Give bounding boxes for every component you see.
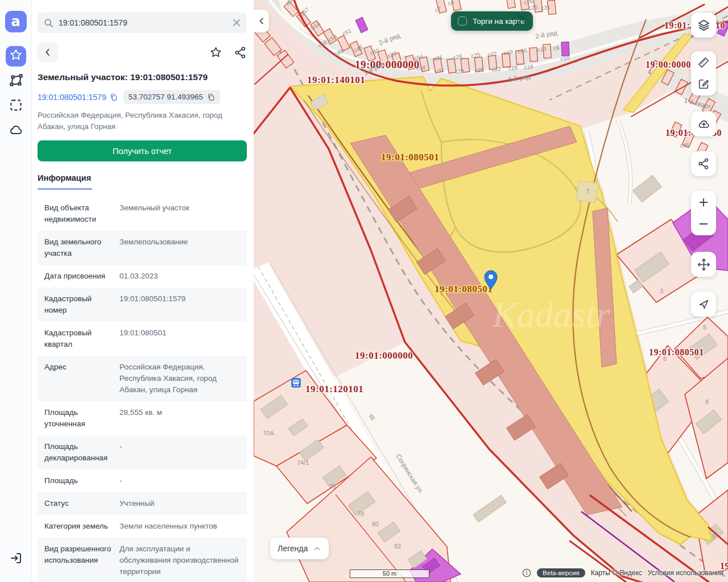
- legend-button[interactable]: Легенда: [270, 538, 329, 559]
- auctions-checkbox[interactable]: [458, 16, 467, 26]
- map-label: 7: [586, 188, 589, 195]
- map-label: с22: [491, 65, 502, 73]
- info-label: Категория земель: [44, 521, 111, 532]
- map-copyright[interactable]: Карты © Яндекс: [591, 569, 642, 577]
- map-label: 19:01:000000: [355, 350, 413, 361]
- login-icon: [9, 551, 23, 567]
- info-value: Учтенный: [119, 498, 240, 509]
- info-label: Кадастровый квартал: [44, 327, 111, 350]
- map-label: 6: [663, 355, 667, 362]
- railway-station-icon: [291, 378, 301, 388]
- coordinates-chip[interactable]: 53.702757 91.493965: [123, 90, 220, 104]
- favorites-button[interactable]: [6, 46, 26, 66]
- map-shape: [530, 48, 538, 62]
- map-label: 82: [394, 543, 401, 550]
- search-bar: [38, 13, 247, 33]
- map-label: 76: [329, 483, 336, 490]
- chevron-left-icon: [42, 47, 53, 58]
- map-label: с19: [508, 64, 518, 72]
- info-row: Вид земельного участкаЗемлепользование: [38, 231, 247, 265]
- area-measure-button[interactable]: [6, 71, 26, 92]
- terms-link[interactable]: Условия использования: [648, 569, 723, 577]
- layers-button[interactable]: [691, 13, 716, 38]
- map-label: 19:01:080501: [381, 152, 439, 163]
- info-label: Вид разрешенного использования: [44, 543, 111, 577]
- map-attribution: Beta-версия Карты © Яндекс Условия испол…: [522, 568, 723, 577]
- share-button[interactable]: [234, 46, 247, 59]
- share-map-button[interactable]: [691, 151, 716, 176]
- clear-search-icon[interactable]: [232, 18, 241, 27]
- map-label: с25: [474, 66, 485, 74]
- draw-button[interactable]: [691, 73, 716, 95]
- info-row: АдресРоссийская Федерация, Республика Ха…: [38, 356, 247, 401]
- login-button[interactable]: [6, 549, 26, 569]
- info-row: Площадь уточненная28,555 кв. м: [38, 401, 247, 435]
- cloud-upload-icon: [697, 118, 710, 131]
- scale-label: 50 m: [383, 570, 396, 577]
- collapse-panel-button[interactable]: [254, 10, 269, 32]
- map-label: 3: [660, 288, 663, 294]
- map-label: 8: [705, 398, 709, 405]
- zoom-out-button[interactable]: [691, 213, 716, 235]
- favorite-star-button[interactable]: [209, 46, 222, 59]
- info-value: Российская Федерация, Республика Хакасия…: [119, 361, 240, 396]
- info-row: Площадь-: [38, 469, 247, 492]
- watermark: Kadastr: [492, 294, 610, 335]
- info-row: Кадастровый квартал19:01:080501: [38, 322, 247, 356]
- map-label: 5: [703, 324, 706, 331]
- info-value: Земельный участок: [119, 202, 240, 225]
- pan-button[interactable]: [691, 252, 716, 277]
- map-label: 19:01:140101: [307, 74, 365, 85]
- info-label: Статус: [44, 498, 111, 509]
- info-label: Площадь уточненная: [44, 407, 111, 430]
- info-value: Для эксплуатации и обслуживания производ…: [119, 543, 240, 577]
- get-report-button[interactable]: Получить отчет: [38, 140, 247, 161]
- upload-button[interactable]: [691, 111, 716, 136]
- star-icon: [9, 48, 23, 64]
- tab-information[interactable]: Информация: [38, 173, 91, 182]
- app-logo[interactable]: a: [5, 11, 27, 32]
- map-label: 19:01:080501: [649, 347, 704, 357]
- map-label: 19:01:120101: [305, 384, 363, 394]
- map-label: с10: [560, 55, 570, 62]
- info-label: Площадь декларированная: [44, 441, 111, 464]
- map-label: 9: [712, 533, 715, 540]
- object-address: Российская Федерация, Республика Хакасия…: [38, 110, 247, 132]
- search-input[interactable]: [59, 18, 228, 27]
- cadastral-number-link[interactable]: 19:01:080501:1579: [38, 93, 118, 102]
- map-base: Kadastr 19:01:14010119:00:00000019:01:08…: [254, 0, 728, 582]
- info-icon[interactable]: [522, 568, 531, 577]
- details-panel: Земельный участок: 19:01:080501:1579 19:…: [32, 0, 254, 582]
- info-row: Кадастровый номер19:01:080501:1579: [38, 288, 247, 322]
- layers-icon: [697, 19, 710, 32]
- copy-icon[interactable]: [206, 93, 215, 101]
- zoom-in-button[interactable]: [691, 192, 716, 213]
- coordinates-text: 53.702757 91.493965: [129, 93, 203, 101]
- back-button[interactable]: [38, 42, 58, 63]
- map-canvas[interactable]: Kadastr 19:01:14010119:00:00000019:01:08…: [254, 0, 728, 582]
- share-icon: [697, 157, 710, 170]
- map-label: с22: [487, 51, 498, 58]
- map-label: 19:01:: [664, 20, 690, 30]
- info-value: 28,555 кв. м: [119, 407, 240, 430]
- info-row: Вид объекта недвижимостиЗемельный участо…: [38, 197, 247, 231]
- map-label: 70А: [263, 430, 274, 436]
- zoom-group: [691, 191, 716, 235]
- select-area-button[interactable]: [6, 96, 26, 117]
- ruler-button[interactable]: [691, 52, 716, 73]
- auctions-toggle[interactable]: Торги на карте: [451, 11, 533, 31]
- cloud-button[interactable]: [6, 121, 26, 142]
- info-label: Дата присвоения: [44, 271, 111, 282]
- map-label: с16: [518, 47, 528, 55]
- map-label: 10: [715, 20, 725, 30]
- cloud-icon: [9, 123, 23, 140]
- info-label: Площадь: [44, 475, 111, 487]
- search-icon: [43, 18, 54, 28]
- copy-icon[interactable]: [109, 93, 118, 101]
- map-label: с16: [524, 63, 534, 70]
- info-value: 01.03.2023: [119, 271, 240, 282]
- locate-button[interactable]: [691, 292, 716, 317]
- app-root: a Земельный участок: 19:01:08050: [0, 0, 728, 582]
- info-row: Площадь декларированная-: [38, 435, 247, 469]
- edit-icon: [697, 78, 710, 90]
